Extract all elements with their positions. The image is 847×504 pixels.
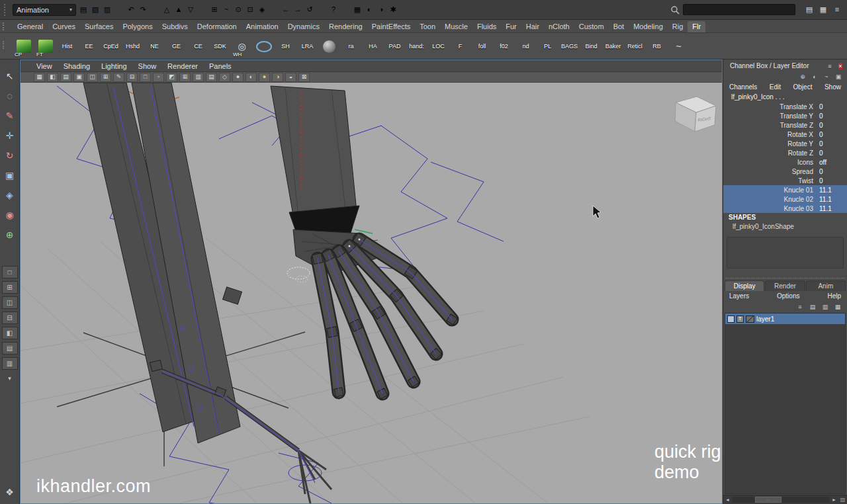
channel-box-menu-item[interactable]: Show [825,83,841,91]
render-settings-icon[interactable]: ✱ [387,4,399,16]
shelf-item[interactable]: LOC [427,34,449,58]
channel-attribute-value[interactable]: 11.1 [819,196,835,203]
shelf-tab[interactable]: General [13,21,48,32]
shelf-item[interactable]: CpEd [100,34,122,58]
new-scene-icon[interactable]: ▤ [77,4,89,16]
gate-mask-icon[interactable]: ◩ [166,73,177,82]
panel-menu-icon[interactable]: ≡ [831,4,843,16]
panel-menu-item[interactable]: Panels [209,62,232,70]
shelf-item[interactable] [253,34,275,58]
command-line-input[interactable] [683,4,795,15]
panel-menu-item[interactable]: Renderer [167,62,198,70]
layer-sort-icon[interactable]: ≡ [795,303,805,311]
camera-attributes-icon[interactable]: ▤ [60,73,71,82]
channel-attribute-value[interactable]: 0 [819,122,835,129]
save-scene-icon[interactable]: ▥ [101,4,113,16]
shelf-tab[interactable]: Animation [242,21,283,32]
snap-to-grid-icon[interactable]: ⊞ [208,4,220,16]
grid-toggle-icon[interactable]: ⊟ [126,73,138,82]
channel-manipulator-icon[interactable]: ⊕ [798,73,807,81]
redo-icon[interactable]: ↷ [137,4,149,16]
open-scene-icon[interactable]: ▧ [89,4,101,16]
panel-menu-item[interactable]: Show [138,62,157,70]
wireframe-mode-icon[interactable]: ◇ [219,73,230,82]
layer-template-toggle[interactable]: T [736,315,744,323]
new-empty-layer-icon[interactable]: ▤ [808,303,817,311]
shelf-tab[interactable]: Hair [521,21,544,32]
layer-color-swatch[interactable] [746,315,754,323]
persp-outliner-layout-button[interactable]: ◧ [2,327,18,339]
snap-to-point-icon[interactable]: ⊙ [232,4,244,16]
search-icon[interactable] [670,5,680,15]
shelf-tab[interactable]: Muscle [440,21,472,32]
shelf-item[interactable]: ~ [668,34,690,58]
bookmark-icon[interactable]: ▣ [73,73,85,82]
shelf-item[interactable]: F [449,34,471,58]
shelf-tab[interactable]: Rig [668,21,688,32]
grease-pencil-icon[interactable]: ✎ [113,73,124,82]
channel-attribute-row[interactable]: Spread 0 [723,167,847,176]
shelf-item[interactable]: BAGS [558,34,580,58]
separator[interactable] [268,4,280,16]
shelf-item[interactable]: HA [362,34,384,58]
channel-object-name[interactable]: lf_pinky0_Icon . . . [723,92,847,102]
shelf-tab[interactable]: Dynamics [283,21,324,32]
lasso-select-tool[interactable]: ◌ [3,89,17,103]
channel-attribute-value[interactable]: 0 [819,140,835,147]
layer-editor-menu-item[interactable]: Help [827,292,841,300]
render-current-frame-icon[interactable]: ◐ [363,4,375,16]
hypershade-persp-layout-button[interactable]: ▤ [2,342,18,355]
shelf-item[interactable]: foll [471,34,493,58]
ipr-render-icon[interactable]: ◑ [375,4,387,16]
layer-row[interactable]: T layer1 [725,314,845,324]
shelf-item[interactable]: RB [646,34,668,58]
shelf-tab[interactable]: PaintEffects [367,21,416,32]
paint-select-tool[interactable]: ✎ [3,108,17,123]
channel-attribute-row[interactable]: Rotate Z 0 [723,148,847,157]
shelf-tab[interactable]: Subdivs [157,21,193,32]
shelf-tab[interactable]: Toon [415,21,440,32]
shelf-item[interactable]: SH [275,34,296,58]
xray-icon[interactable]: ◒ [285,73,296,82]
shelf-tab[interactable]: Flr [688,21,705,32]
channel-attribute-value[interactable]: 0 [819,131,835,138]
input-connections-icon[interactable]: ← [280,4,292,16]
new-render-layer-icon[interactable]: ▦ [833,303,842,311]
show-manipulator-tool[interactable]: ⊕ [3,228,17,242]
shelf-tab[interactable]: Fluids [472,21,501,32]
shaded-mode-icon[interactable]: ● [232,73,244,82]
render-view-icon[interactable]: ▦ [351,4,363,16]
layer-editor-menu-item[interactable]: Layers [729,292,749,300]
use-all-lights-icon[interactable]: ● [259,73,270,82]
lock-camera-icon[interactable]: ◧ [47,73,58,82]
shelf-tab[interactable]: Custom [574,21,609,32]
universal-manipulator-tool[interactable]: ◈ [3,188,17,202]
shelf-item[interactable]: Reticl [624,34,646,58]
channel-attribute-row[interactable]: Knucle 01 11.1 [723,185,847,194]
image-plane-icon[interactable]: ◫ [87,73,98,82]
textured-mode-icon[interactable]: ◐ [245,73,257,82]
channel-attribute-value[interactable]: 11.1 [819,187,835,194]
shelf-tab[interactable]: nCloth [544,21,574,32]
two-pane-stacked-layout-button[interactable]: ⊟ [2,312,18,324]
two-d-pan-zoom-icon[interactable]: ⊞ [100,73,111,82]
scroll-left-arrow-icon[interactable]: ◄ [723,497,732,502]
shelf-item[interactable]: FT [34,34,56,58]
shelf-item[interactable]: ra [340,34,362,58]
soft-modification-tool[interactable]: ◉ [3,208,17,222]
shape-name[interactable]: lf_pinky0_IconShape [723,222,847,231]
scale-tool[interactable]: ▣ [3,168,17,183]
channel-ramp-icon[interactable]: ~ [822,73,831,81]
channel-attribute-value[interactable]: 11.1 [819,205,835,212]
viewport-canvas[interactable]: RIGHT ikhandler.com quick rig demo [21,83,722,503]
channel-attribute-row[interactable]: Translate Z 0 [723,120,847,130]
channel-attribute-row[interactable]: Icons off [723,157,847,167]
shelf-item[interactable]: GE [165,34,187,58]
field-chart-icon[interactable]: ⊞ [179,73,191,82]
separator[interactable] [149,4,161,16]
menu-set-dropdown[interactable]: Animation ▾ [13,4,76,16]
shelf-tab-grip[interactable] [3,22,10,30]
custom-layout-button[interactable]: ▥ [2,357,18,370]
undo-icon[interactable]: ↶ [125,4,137,16]
resolution-gate-icon[interactable]: ▫ [153,73,164,82]
